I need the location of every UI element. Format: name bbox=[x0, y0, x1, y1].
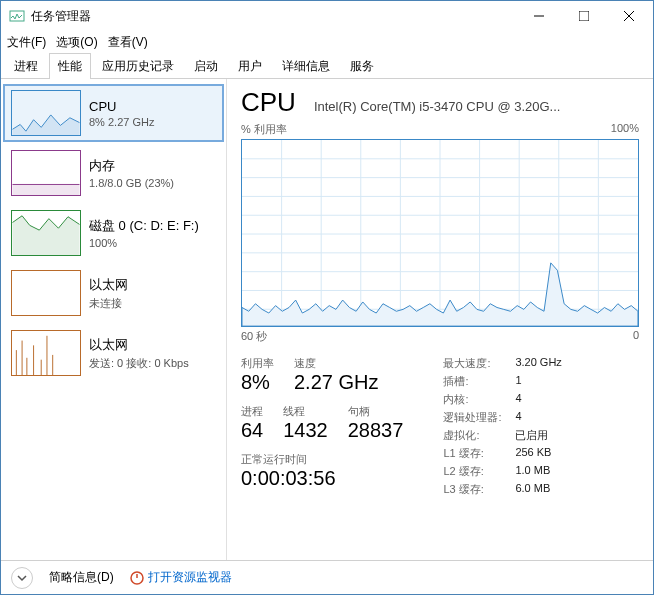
tab-性能[interactable]: 性能 bbox=[49, 53, 91, 79]
pair-key: 虚拟化: bbox=[443, 428, 515, 443]
sidebar-item-sub: 发送: 0 接收: 0 Kbps bbox=[89, 356, 189, 371]
tab-应用历史记录[interactable]: 应用历史记录 bbox=[93, 53, 183, 79]
collapse-icon[interactable] bbox=[11, 567, 33, 589]
sidebar-item-label: 磁盘 0 (C: D: E: F:) bbox=[89, 217, 199, 235]
sidebar-item-label: 以太网 bbox=[89, 336, 189, 354]
thumb-graph bbox=[11, 90, 81, 136]
tabbar: 进程性能应用历史记录启动用户详细信息服务 bbox=[1, 53, 653, 79]
svg-rect-2 bbox=[579, 11, 589, 21]
stat-value: 1432 bbox=[283, 419, 328, 442]
pair-key: L2 缓存: bbox=[443, 464, 515, 479]
svg-rect-5 bbox=[13, 184, 80, 195]
thumb-graph bbox=[11, 270, 81, 316]
cpu-utilization-graph[interactable] bbox=[241, 139, 639, 327]
close-button[interactable] bbox=[606, 2, 651, 30]
minimize-button[interactable] bbox=[516, 2, 561, 30]
window-title: 任务管理器 bbox=[31, 8, 516, 25]
pair-key: L3 缓存: bbox=[443, 482, 515, 497]
menu-file[interactable]: 文件(F) bbox=[7, 34, 46, 51]
sidebar-item-sub: 100% bbox=[89, 237, 199, 249]
footer: 简略信息(D) 打开资源监视器 bbox=[1, 560, 653, 594]
thumb-graph bbox=[11, 210, 81, 256]
pair-value: 1.0 MB bbox=[515, 464, 550, 479]
resource-monitor-link[interactable]: 打开资源监视器 bbox=[130, 569, 232, 586]
titlebar: 任务管理器 bbox=[1, 1, 653, 31]
tab-启动[interactable]: 启动 bbox=[185, 53, 227, 79]
stat-label: 线程 bbox=[283, 404, 328, 419]
tab-用户[interactable]: 用户 bbox=[229, 53, 271, 79]
fewer-details-button[interactable]: 简略信息(D) bbox=[49, 569, 114, 586]
sidebar-item-sub: 1.8/8.0 GB (23%) bbox=[89, 177, 174, 189]
stat-value: 64 bbox=[241, 419, 263, 442]
tab-服务[interactable]: 服务 bbox=[341, 53, 383, 79]
pair-value: 1 bbox=[515, 374, 521, 389]
graph-y-max: 100% bbox=[611, 122, 639, 137]
graph-x-left: 60 秒 bbox=[241, 329, 267, 344]
stat-label: 句柄 bbox=[348, 404, 404, 419]
monitor-icon bbox=[130, 571, 144, 585]
pair-value: 4 bbox=[515, 392, 521, 407]
sidebar-item-sub: 未连接 bbox=[89, 296, 128, 311]
pair-key: 内核: bbox=[443, 392, 515, 407]
stats-right: 最大速度:3.20 GHz插槽:1内核:4逻辑处理器:4虚拟化:已启用L1 缓存… bbox=[443, 356, 561, 497]
sidebar-item-label: CPU bbox=[89, 99, 154, 114]
stat-value: 2.27 GHz bbox=[294, 371, 378, 394]
pair-value: 已启用 bbox=[515, 428, 548, 443]
menu-options[interactable]: 选项(O) bbox=[56, 34, 97, 51]
stat-value: 28837 bbox=[348, 419, 404, 442]
pair-key: 插槽: bbox=[443, 374, 515, 389]
sidebar: CPU8% 2.27 GHz内存1.8/8.0 GB (23%)磁盘 0 (C:… bbox=[1, 79, 227, 560]
pair-value: 256 KB bbox=[515, 446, 551, 461]
sidebar-item-磁盘 0 (C: D: E: F:)[interactable]: 磁盘 0 (C: D: E: F:)100% bbox=[3, 204, 224, 262]
stats-left: 利用率8%速度2.27 GHz 进程64线程1432句柄28837 正常运行时间… bbox=[241, 356, 403, 497]
sidebar-item-label: 以太网 bbox=[89, 276, 128, 294]
sidebar-item-以太网[interactable]: 以太网未连接 bbox=[3, 264, 224, 322]
tab-进程[interactable]: 进程 bbox=[5, 53, 47, 79]
menu-view[interactable]: 查看(V) bbox=[108, 34, 148, 51]
app-icon bbox=[9, 8, 25, 24]
stat-label: 利用率 bbox=[241, 356, 274, 371]
stat-value: 8% bbox=[241, 371, 274, 394]
thumb-graph bbox=[11, 330, 81, 376]
uptime-label: 正常运行时间 bbox=[241, 452, 403, 467]
pair-key: 最大速度: bbox=[443, 356, 515, 371]
sidebar-item-label: 内存 bbox=[89, 157, 174, 175]
sidebar-item-内存[interactable]: 内存1.8/8.0 GB (23%) bbox=[3, 144, 224, 202]
uptime-value: 0:00:03:56 bbox=[241, 467, 403, 490]
pair-key: L1 缓存: bbox=[443, 446, 515, 461]
pair-value: 3.20 GHz bbox=[515, 356, 561, 371]
sidebar-item-CPU[interactable]: CPU8% 2.27 GHz bbox=[3, 84, 224, 142]
svg-rect-0 bbox=[10, 11, 24, 21]
maximize-button[interactable] bbox=[561, 2, 606, 30]
graph-x-right: 0 bbox=[633, 329, 639, 344]
menubar: 文件(F) 选项(O) 查看(V) bbox=[1, 31, 653, 53]
sidebar-item-以太网[interactable]: 以太网发送: 0 接收: 0 Kbps bbox=[3, 324, 224, 382]
sidebar-item-sub: 8% 2.27 GHz bbox=[89, 116, 154, 128]
stat-label: 速度 bbox=[294, 356, 378, 371]
pair-value: 6.0 MB bbox=[515, 482, 550, 497]
cpu-model: Intel(R) Core(TM) i5-3470 CPU @ 3.20G... bbox=[314, 99, 561, 114]
tab-详细信息[interactable]: 详细信息 bbox=[273, 53, 339, 79]
pair-value: 4 bbox=[515, 410, 521, 425]
stat-label: 进程 bbox=[241, 404, 263, 419]
cpu-heading: CPU bbox=[241, 87, 296, 118]
graph-y-label: % 利用率 bbox=[241, 122, 287, 137]
main-panel: CPU Intel(R) Core(TM) i5-3470 CPU @ 3.20… bbox=[227, 79, 653, 560]
thumb-graph bbox=[11, 150, 81, 196]
pair-key: 逻辑处理器: bbox=[443, 410, 515, 425]
